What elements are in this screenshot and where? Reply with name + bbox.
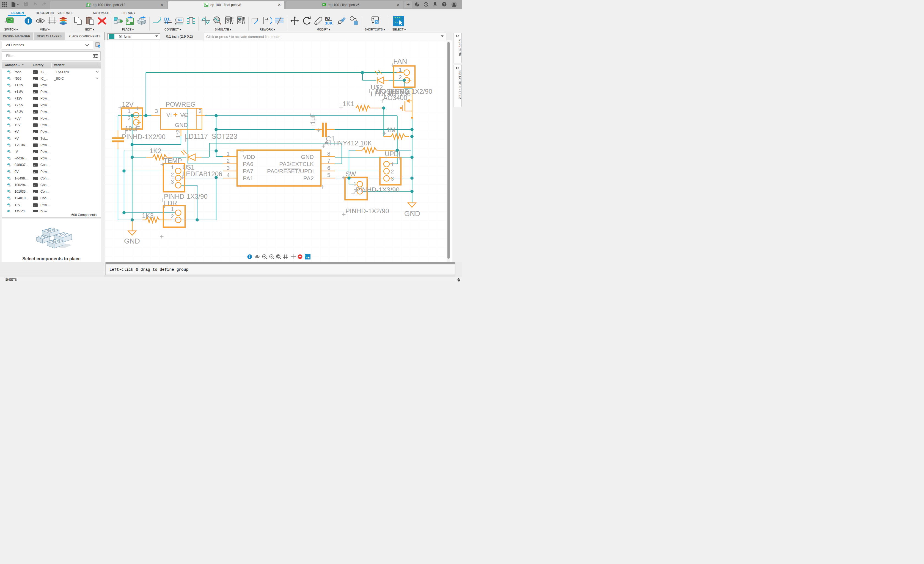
svg-text:2: 2 [198,108,202,114]
svg-text:10K: 10K [360,139,372,147]
svg-text:3: 3 [155,108,158,114]
svg-text:1μF: 1μF [309,113,316,124]
svg-text:1: 1 [171,206,174,212]
svg-text:GND: GND [301,154,314,160]
svg-text:PINHD-1X3/90: PINHD-1X3/90 [356,186,400,193]
svg-text:LEDFAB1206: LEDFAB1206 [182,170,222,178]
svg-text:GND: GND [175,122,188,128]
svg-text:1K2: 1K2 [150,147,161,154]
svg-text:1: 1 [171,165,174,171]
svg-text:FAN: FAN [393,57,407,66]
svg-text:PINHD-1X2/90: PINHD-1X2/90 [345,207,389,215]
svg-text:1: 1 [226,151,230,157]
svg-text:TEMP: TEMP [164,157,182,165]
svg-text:3: 3 [226,165,230,171]
svg-text:PA2: PA2 [303,175,314,181]
svg-text:10uF: 10uF [125,125,140,132]
svg-text:PA3/EXTCLK: PA3/EXTCLK [279,161,314,167]
svg-text:2: 2 [226,158,230,164]
svg-text:PA1: PA1 [243,175,253,181]
svg-text:ATTINY412: ATTINY412 [324,139,358,147]
svg-text:VI: VI [166,112,172,118]
svg-text:GND: GND [124,237,140,245]
svg-text:SW: SW [345,170,356,178]
svg-text:2: 2 [391,169,394,175]
svg-text:UPDI: UPDI [385,150,400,157]
svg-text:3: 3 [171,179,174,185]
svg-text:1*2: 1*2 [175,129,181,138]
svg-text:LD1117_SOT223: LD1117_SOT223 [185,133,237,140]
svg-text:6: 6 [327,165,330,171]
svg-text:GND: GND [404,209,420,218]
svg-text:2: 2 [399,74,402,80]
svg-text:2: 2 [171,172,174,178]
svg-text:1M: 1M [386,126,396,133]
svg-text:U$1: U$1 [182,163,194,171]
svg-text:AO3400: AO3400 [383,94,407,102]
svg-text:1: 1 [399,67,402,73]
svg-text:1K1: 1K1 [343,100,354,108]
svg-text:POWREG: POWREG [165,100,195,108]
svg-text:12V: 12V [122,100,134,108]
svg-text:5: 5 [327,172,330,178]
svg-text:2: 2 [128,115,130,121]
svg-text:1K3: 1K3 [142,212,154,219]
svg-text:PINHD-1X3/90: PINHD-1X3/90 [164,193,208,200]
svg-text:LDR: LDR [164,199,177,207]
svg-text:PA7: PA7 [243,168,253,174]
svg-text:8: 8 [327,151,330,157]
svg-text:1: 1 [391,162,394,168]
svg-text:PINHD-1X2/90: PINHD-1X2/90 [122,133,165,141]
svg-text:2: 2 [171,213,174,219]
svg-text:3: 3 [391,176,394,182]
svg-text:7: 7 [327,158,330,164]
svg-text:VO: VO [180,112,188,118]
svg-text:VDD: VDD [243,154,255,160]
svg-text:4: 4 [226,172,230,178]
svg-text:PA6: PA6 [243,161,253,167]
svg-text:1: 1 [128,108,130,114]
